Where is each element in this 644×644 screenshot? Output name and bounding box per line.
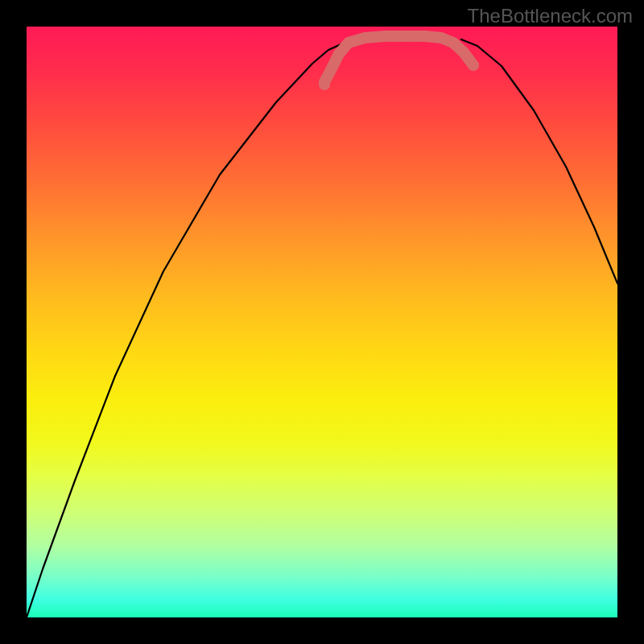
series-left-branch <box>27 39 355 617</box>
marker-3 <box>468 60 479 71</box>
watermark-text: TheBottleneck.com <box>468 5 633 27</box>
marker-0 <box>319 79 330 90</box>
series-right-branch <box>461 39 617 283</box>
chart-curves <box>27 27 617 617</box>
plot-area <box>27 27 617 617</box>
series-bottom-curve-highlight <box>324 36 473 82</box>
marker-1 <box>333 48 345 60</box>
marker-2 <box>458 47 469 58</box>
